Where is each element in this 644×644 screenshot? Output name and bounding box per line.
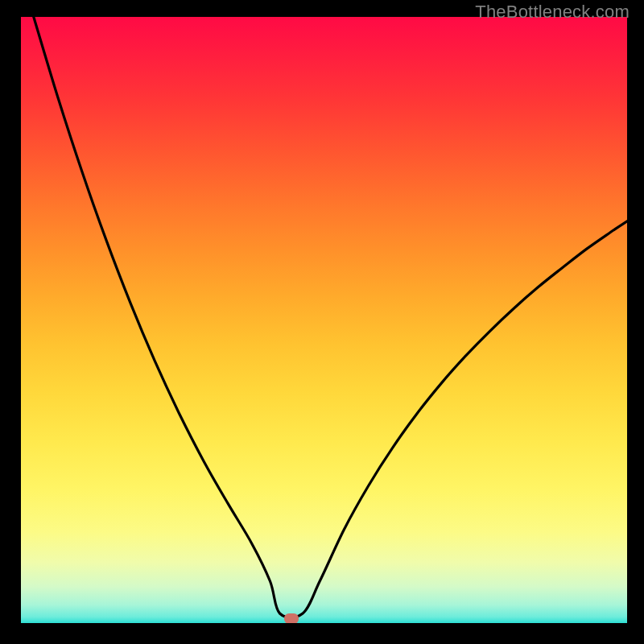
optimal-point-marker xyxy=(284,613,299,623)
chart-frame xyxy=(10,0,642,633)
bottleneck-curve xyxy=(21,17,627,623)
plot-area xyxy=(21,17,627,623)
watermark-text: TheBottleneck.com xyxy=(475,2,630,23)
